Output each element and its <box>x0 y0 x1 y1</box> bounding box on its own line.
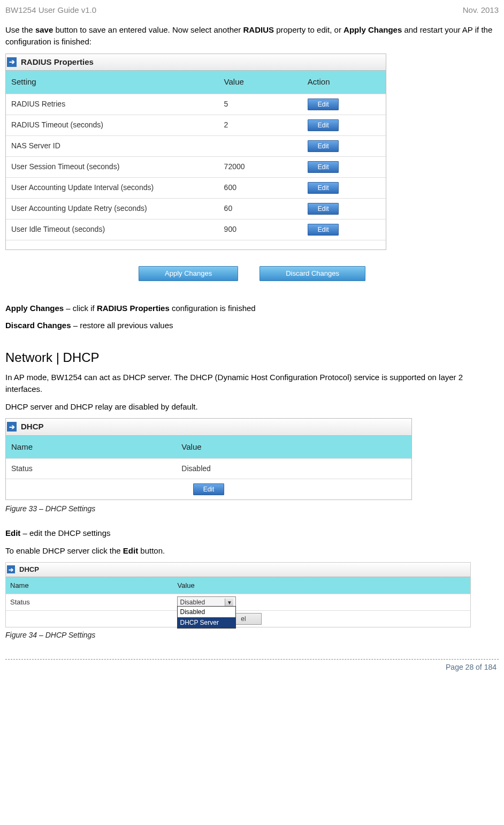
status-dropdown: Disabled DHCP Server <box>177 606 236 629</box>
arrow-right-icon: ➔ <box>7 57 17 67</box>
text: Use the <box>5 25 35 34</box>
discard-changes-button[interactable]: Discard Changes <box>259 266 365 281</box>
arrow-right-icon: ➔ <box>7 565 15 573</box>
text: – edit the DHCP settings <box>20 528 110 538</box>
intro-paragraph: Use the save button to save an entered v… <box>5 24 499 48</box>
edit-line: Edit – edit the DHCP settings <box>5 527 499 540</box>
status-select-wrap: Disabled ▼ Disabled DHCP Server <box>177 596 236 608</box>
chevron-down-icon: ▼ <box>225 599 233 606</box>
text-bold: Edit <box>123 546 138 555</box>
text: button to save an entered value. Now sel… <box>53 25 243 34</box>
cell-setting: RADIUS Retries <box>6 94 219 115</box>
arrow-right-icon: ➔ <box>7 422 17 432</box>
edit-button[interactable]: Edit <box>308 182 339 194</box>
enable-line: To enable DHCP server click the Edit but… <box>5 545 499 557</box>
figure-caption: Figure 33 – DHCP Settings <box>5 503 499 514</box>
table-pad-row <box>6 240 386 249</box>
table-row: User Session Timeout (seconds) 72000 Edi… <box>6 156 386 177</box>
dhcp-table: Name Value Status Disabled Edit <box>6 436 411 500</box>
doc-date: Nov. 2013 <box>463 4 499 17</box>
dhcp-paragraph-1: In AP mode, BW1254 can act as DHCP serve… <box>5 372 499 396</box>
cell-setting: NAS Server ID <box>6 135 219 156</box>
cell-action: Edit <box>302 115 386 135</box>
discard-changes-line: Discard Changes – restore all previous v… <box>5 320 499 332</box>
cell-setting: User Idle Timeout (seconds) <box>6 219 219 240</box>
col-header-setting: Setting <box>6 71 219 94</box>
cell-action: Edit <box>302 94 386 115</box>
cell-value: Disabled ▼ Disabled DHCP Server <box>173 594 470 611</box>
col-header-value: Value <box>176 436 411 459</box>
cell-action: Edit <box>302 198 386 219</box>
table-row-edit: Edit <box>6 479 411 500</box>
cell-action: Edit <box>302 177 386 198</box>
figure-caption: Figure 34 – DHCP Settings <box>5 630 499 641</box>
cell-value: 60 <box>219 198 302 219</box>
edit-button[interactable]: Edit <box>308 119 339 131</box>
radius-table: Setting Value Action RADIUS Retries 5 Ed… <box>6 71 386 249</box>
cell-value: 72000 <box>219 156 302 177</box>
cell-setting: User Session Timeout (seconds) <box>6 156 219 177</box>
table-row: Status Disabled <box>6 459 411 479</box>
page-header: BW1254 User Guide v1.0 Nov. 2013 <box>0 0 504 19</box>
dropdown-option-dhcp-server[interactable]: DHCP Server <box>178 617 235 628</box>
panel-title: RADIUS Properties <box>21 56 94 69</box>
col-header-name: Name <box>6 436 176 459</box>
table-row: User Idle Timeout (seconds) 900 Edit <box>6 219 386 240</box>
cell-value: 2 <box>219 115 302 135</box>
table-row: RADIUS Retries 5 Edit <box>6 94 386 115</box>
text: – restore all previous values <box>71 321 173 330</box>
edit-button[interactable]: Edit <box>308 99 339 110</box>
dhcp-paragraph-2: DHCP server and DHCP relay are disabled … <box>5 401 499 413</box>
table-row-buttons: el <box>6 611 470 627</box>
dhcp-edit-panel: ➔ DHCP Name Value Status Disabled ▼ <box>5 562 471 627</box>
table-row: RADIUS Timeout (seconds) 2 Edit <box>6 115 386 135</box>
cell-name: Status <box>6 594 173 611</box>
cell-value: Disabled <box>176 459 411 479</box>
edit-button[interactable]: Edit <box>308 140 339 152</box>
col-header-value: Value <box>219 71 302 94</box>
cell-setting: User Accounting Update Retry (seconds) <box>6 198 219 219</box>
cell-value: 600 <box>219 177 302 198</box>
cell-action: Edit <box>302 156 386 177</box>
text-bold: Discard Changes <box>5 321 71 330</box>
text-bold: Apply Changes <box>343 25 402 34</box>
edit-button[interactable]: Edit <box>308 224 339 236</box>
edit-button[interactable]: Edit <box>308 203 339 215</box>
cell-value: 5 <box>219 94 302 115</box>
cell-value: 900 <box>219 219 302 240</box>
radius-properties-panel: ➔ RADIUS Properties Setting Value Action… <box>5 54 386 251</box>
text-bold: Apply Changes <box>5 304 64 313</box>
text-bold: Edit <box>5 528 20 538</box>
section-heading-network-dhcp: Network | DHCP <box>5 348 499 367</box>
table-row: Status Disabled ▼ Disabled DHCP Server <box>6 594 470 611</box>
cell-action: Edit <box>302 135 386 156</box>
col-header-name: Name <box>6 577 173 594</box>
text-bold: RADIUS Properties <box>97 304 170 313</box>
text: – click if <box>64 304 97 313</box>
edit-button[interactable]: Edit <box>308 161 339 173</box>
panel-title-bar: ➔ DHCP <box>6 563 470 577</box>
text: To enable DHCP server click the <box>5 546 123 555</box>
text-bold: save <box>35 25 53 34</box>
text-bold: RADIUS <box>243 25 274 34</box>
apply-changes-line: Apply Changes – click if RADIUS Properti… <box>5 302 499 315</box>
cell-value <box>219 135 302 156</box>
dropdown-option-disabled[interactable]: Disabled <box>178 607 235 617</box>
page-footer: Page 28 of 184 <box>0 660 504 678</box>
dhcp-panel: ➔ DHCP Name Value Status Disabled Edit <box>5 418 412 500</box>
edit-button[interactable]: Edit <box>193 483 225 495</box>
table-row: User Accounting Update Interval (seconds… <box>6 177 386 198</box>
table-row: NAS Server ID Edit <box>6 135 386 156</box>
panel-title: DHCP <box>19 564 39 575</box>
col-header-action: Action <box>302 71 386 94</box>
table-row: User Accounting Update Retry (seconds) 6… <box>6 198 386 219</box>
panel-title-bar: ➔ DHCP <box>6 419 411 436</box>
col-header-value: Value <box>173 577 470 594</box>
cell-name: Status <box>6 459 176 479</box>
cell-setting: RADIUS Timeout (seconds) <box>6 115 219 135</box>
panel-title: DHCP <box>21 421 44 433</box>
cell-setting: User Accounting Update Interval (seconds… <box>6 177 219 198</box>
cell-action: Edit <box>302 219 386 240</box>
changes-button-row: Apply Changes Discard Changes <box>5 266 499 281</box>
apply-changes-button[interactable]: Apply Changes <box>139 266 238 281</box>
